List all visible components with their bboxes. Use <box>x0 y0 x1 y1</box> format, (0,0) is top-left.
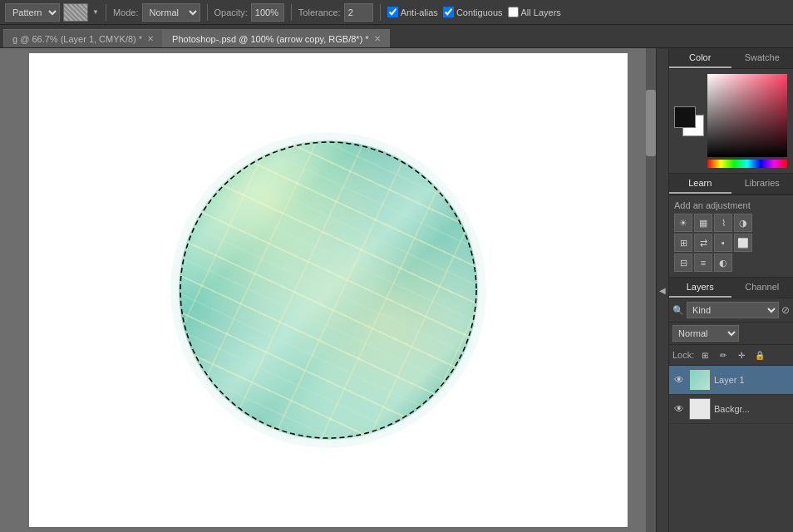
adj-exposure-btn[interactable]: ◑ <box>734 214 752 232</box>
main-area: ◀ Color Swatche <box>0 48 793 532</box>
mode-label: Mode: <box>113 7 139 17</box>
right-panel: Color Swatche Learn <box>668 48 793 532</box>
color-spectrum-container <box>707 74 788 168</box>
tab-color[interactable]: Color <box>669 48 731 68</box>
search-icon: 🔍 <box>672 305 684 316</box>
adj-hsl-btn[interactable]: ⊞ <box>674 234 692 252</box>
opacity-label: Opacity: <box>214 7 248 17</box>
color-picker-area <box>669 69 793 173</box>
learn-libs-tabs: Learn Libraries <box>669 174 793 195</box>
mode-select[interactable]: Normal <box>142 3 200 22</box>
tab-channels[interactable]: Channel <box>731 278 794 298</box>
lock-all-btn[interactable]: 🔒 <box>752 347 767 362</box>
opacity-input[interactable] <box>251 3 284 22</box>
mode-section: Mode: Normal <box>113 3 200 22</box>
antialias-label: Anti-alias <box>401 7 438 17</box>
kind-select[interactable]: Kind <box>687 302 779 318</box>
adj-curves-btn[interactable]: ⌇ <box>714 214 732 232</box>
toolbar-separator-3 <box>291 4 292 21</box>
layer-1-thumbnail <box>689 398 711 420</box>
layers-panel: Layers Channel 🔍 Kind ⊘ Normal Lock: ⊞ ✏… <box>669 278 793 532</box>
contiguous-checkbox[interactable] <box>443 7 454 17</box>
color-swatches-row <box>674 74 788 168</box>
scroll-thumb[interactable] <box>646 90 656 156</box>
lock-image-btn[interactable]: ✏ <box>716 347 731 362</box>
tab-photoshop-close[interactable]: ✕ <box>374 34 381 43</box>
adj-channel-mixer-btn[interactable]: ⊟ <box>674 254 692 272</box>
all-layers-checkbox-label[interactable]: All Layers <box>508 7 561 17</box>
all-layers-checkbox[interactable] <box>508 7 519 17</box>
learn-panel: Learn Libraries <box>669 174 793 195</box>
tolerance-label: Tolerance: <box>298 7 341 17</box>
adjustments-panel: Add an adjustment ☀ ▦ ⌇ ◑ ⊞ ⇄ ▪ ⬜ ⊟ ≡ ◐ <box>669 195 793 278</box>
layer-item-0[interactable]: 👁 Layer 1 <box>669 366 793 395</box>
layers-panel-tabs: Layers Channel <box>669 278 793 298</box>
adjustments-label: Add an adjustment <box>674 200 788 210</box>
tool-type-section: Pattern ▼ <box>5 3 99 22</box>
blend-mode-row: Normal <box>669 323 793 345</box>
layers-search-row: 🔍 Kind ⊘ <box>669 298 793 323</box>
pattern-dropdown-arrow: ▼ <box>92 8 99 16</box>
adj-icons-row-3: ⊟ ≡ ◐ <box>674 254 788 272</box>
toolbar-separator-4 <box>380 4 381 21</box>
layer-0-visibility[interactable]: 👁 <box>672 373 686 387</box>
all-layers-label: All Layers <box>521 7 561 17</box>
sidebar-toggle-arrow: ◀ <box>659 286 666 295</box>
canvas-area[interactable] <box>0 48 656 532</box>
tab-photoshop[interactable]: Photoshop-.psd @ 100% (arrow copy, RGB/8… <box>163 29 390 47</box>
document-tabs-row: g @ 66.7% (Layer 1, CMYK/8) * ✕ Photosho… <box>0 25 793 48</box>
canvas-background <box>29 53 628 527</box>
toolbar-separator-1 <box>106 4 106 21</box>
tab-swatches[interactable]: Swatche <box>731 48 794 68</box>
main-toolbar: Pattern ▼ Mode: Normal Opacity: Toleranc… <box>0 0 793 25</box>
contiguous-label: Contiguous <box>456 7 503 17</box>
tool-type-select[interactable]: Pattern <box>5 3 60 22</box>
layer-0-name: Layer 1 <box>714 375 790 385</box>
lock-transparent-btn[interactable]: ⊞ <box>697 347 712 362</box>
color-gradient[interactable] <box>707 74 787 157</box>
adj-icons-row-1: ☀ ▦ ⌇ ◑ <box>674 214 788 232</box>
fg-bg-colors[interactable] <box>674 106 704 136</box>
contiguous-checkbox-label[interactable]: Contiguous <box>443 7 503 17</box>
color-hue-bar[interactable] <box>707 160 787 168</box>
blend-mode-select[interactable]: Normal <box>672 325 739 342</box>
adj-bw-btn[interactable]: ▪ <box>714 234 732 252</box>
foreground-color-swatch[interactable] <box>674 106 696 128</box>
adj-photo-btn[interactable]: ⬜ <box>734 234 752 252</box>
adj-colorbalance-btn[interactable]: ⇄ <box>694 234 712 252</box>
tab-layer1-close[interactable]: ✕ <box>147 34 154 43</box>
opacity-section: Opacity: <box>214 3 284 22</box>
sidebar-toggle[interactable]: ◀ <box>656 48 668 532</box>
color-panel-tabs: Color Swatche <box>669 48 793 69</box>
tolerance-section: Tolerance: <box>298 3 373 22</box>
color-panel: Color Swatche <box>669 48 793 174</box>
adj-brightness-btn[interactable]: ☀ <box>674 214 692 232</box>
tab-layer1-title: g @ 66.7% (Layer 1, CMYK/8) * <box>12 34 142 44</box>
circle-container <box>179 140 478 440</box>
adj-icons-row-2: ⊞ ⇄ ▪ ⬜ <box>674 234 788 252</box>
tab-photoshop-title: Photoshop-.psd @ 100% (arrow copy, RGB/8… <box>172 34 369 44</box>
tab-libraries[interactable]: Libraries <box>731 174 794 194</box>
layers-filter-icon[interactable]: ⊘ <box>781 304 790 316</box>
vertical-scrollbar[interactable] <box>646 48 656 532</box>
tab-layer1[interactable]: g @ 66.7% (Layer 1, CMYK/8) * ✕ <box>3 29 163 47</box>
antialias-checkbox[interactable] <box>387 7 398 17</box>
pattern-preview[interactable] <box>63 3 88 22</box>
adj-selective-btn[interactable]: ◐ <box>714 254 732 272</box>
layer-1-visibility[interactable]: 👁 <box>672 402 686 416</box>
adj-levels-btn[interactable]: ▦ <box>694 214 712 232</box>
lock-position-btn[interactable]: ✛ <box>734 347 749 362</box>
lock-label: Lock: <box>672 350 694 360</box>
antialias-checkbox-label[interactable]: Anti-alias <box>387 7 438 17</box>
tab-layers[interactable]: Layers <box>669 278 731 298</box>
layer-item-1[interactable]: 👁 Backgr... <box>669 395 793 424</box>
layer-0-thumbnail <box>689 369 711 391</box>
layer-1-name: Backgr... <box>714 404 790 414</box>
adj-gradient-map-btn[interactable]: ≡ <box>694 254 712 272</box>
lock-row: Lock: ⊞ ✏ ✛ 🔒 <box>669 345 793 366</box>
toolbar-separator-2 <box>207 4 208 21</box>
tab-learn[interactable]: Learn <box>669 174 731 194</box>
circle-main <box>179 140 478 440</box>
tolerance-input[interactable] <box>344 3 373 22</box>
